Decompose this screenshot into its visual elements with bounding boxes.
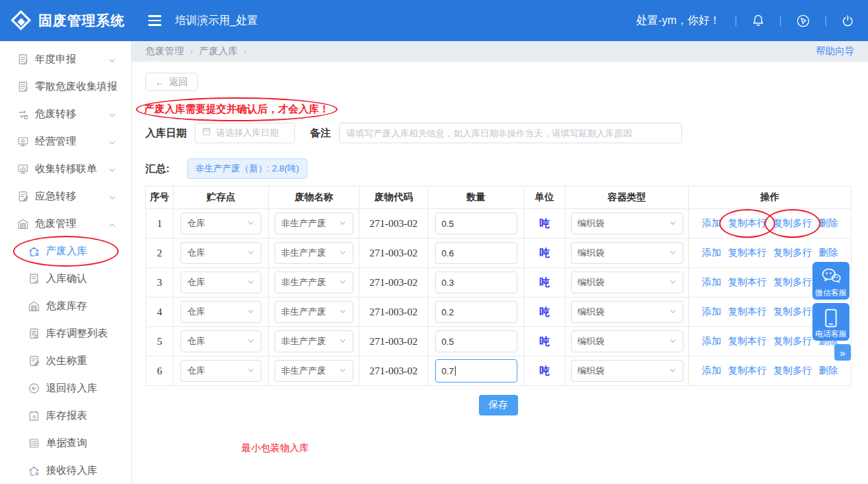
user-greeting: 处置-ym，你好！ — [636, 14, 720, 28]
chevron-down-icon — [669, 247, 677, 258]
copy-row-link[interactable]: 复制本行 — [728, 276, 766, 289]
container-type-select[interactable]: 编织袋 — [571, 213, 683, 234]
warning-message: 产废入库需要提交并确认后，才会入库！ — [144, 103, 329, 114]
back-button[interactable]: ← 返回 — [145, 73, 198, 91]
chevron-down-icon — [339, 218, 347, 229]
copy-row-link[interactable]: 复制本行 — [728, 306, 766, 318]
guide-pointer-icon[interactable] — [796, 14, 810, 28]
sidebar-subitem-8[interactable]: 接收待入库 — [0, 457, 131, 484]
wechat-support-button[interactable]: 微信客服 — [812, 262, 849, 300]
add-row-link[interactable]: 添加 — [702, 247, 721, 259]
date-input[interactable]: 请选择入库日期 — [195, 123, 295, 143]
sidebar-subitem-4[interactable]: 次生称重 — [0, 347, 131, 374]
delete-row-link[interactable]: 删除 — [819, 365, 838, 377]
sidebar-subitem-6[interactable]: 月库存报表 — [0, 402, 131, 429]
storage-select[interactable]: 仓库 — [180, 330, 261, 352]
storage-select[interactable]: 仓库 — [180, 213, 261, 234]
sidebar-item-0[interactable]: 年度申报 — [0, 45, 131, 73]
table-row: 3仓库非生产产废271-003-020.3吨编织袋添加复制本行复制多行删除 — [146, 268, 852, 298]
help-guide-link[interactable]: 帮助向导 — [816, 45, 854, 58]
container-type-select[interactable]: 编织袋 — [571, 360, 683, 382]
storage-select[interactable]: 仓库 — [180, 271, 261, 293]
waste-name-select[interactable]: 非生产产废 — [274, 213, 353, 234]
breadcrumb-item-1[interactable]: 产废入库 — [199, 45, 237, 56]
quantity-input[interactable]: 0.7 — [435, 359, 517, 383]
expand-chevrons-icon[interactable]: » — [834, 344, 851, 361]
document-edit-icon — [27, 354, 40, 367]
delete-row-link[interactable]: 删除 — [819, 247, 838, 259]
column-header: 单位 — [524, 186, 565, 209]
storage-select[interactable]: 仓库 — [180, 242, 261, 264]
add-row-link[interactable]: 添加 — [702, 335, 721, 348]
quantity-input[interactable]: 0.6 — [435, 242, 517, 264]
quantity-input[interactable]: 0.3 — [435, 271, 517, 293]
table-row: 1仓库非生产产废271-003-020.5吨编织袋添加复制本行复制多行删除 — [146, 209, 852, 239]
date-placeholder: 请选择入库日期 — [216, 127, 279, 139]
add-row-link[interactable]: 添加 — [702, 306, 721, 318]
notification-bell-icon[interactable] — [751, 14, 765, 27]
phone-support-button[interactable]: 电话客服 — [812, 303, 849, 341]
container-type-select[interactable]: 编织袋 — [571, 271, 683, 293]
calendar-icon: 月 — [27, 409, 40, 422]
save-button[interactable]: 保存 — [479, 395, 518, 415]
copy-row-link[interactable]: 复制本行 — [728, 247, 766, 259]
column-header: 贮存点 — [174, 186, 269, 209]
row-number: 4 — [157, 306, 163, 317]
waste-name-select[interactable]: 非生产产废 — [274, 242, 353, 264]
container-type-select[interactable]: 编织袋 — [571, 330, 683, 352]
sidebar-item-4[interactable]: 收集转移联单 — [0, 155, 131, 182]
copy-rows-link[interactable]: 复制多行 — [773, 306, 812, 318]
sidebar-item-5[interactable]: 应急转移 — [0, 182, 131, 210]
copy-row-link[interactable]: 复制本行 — [728, 335, 766, 348]
sidebar-item-2[interactable]: 危废转移 — [0, 100, 131, 128]
logout-power-icon[interactable] — [841, 14, 854, 27]
chevron-down-icon — [339, 247, 347, 258]
unit-label: 吨 — [539, 306, 550, 317]
waste-name-select[interactable]: 非生产产废 — [274, 330, 353, 352]
quantity-input[interactable]: 0.5 — [435, 330, 517, 352]
copy-rows-link[interactable]: 复制多行 — [773, 217, 812, 230]
remark-input[interactable] — [339, 123, 682, 143]
copy-rows-link[interactable]: 复制多行 — [773, 276, 812, 289]
chevron-down-icon — [108, 55, 116, 66]
sidebar-subitem-3[interactable]: 库存调整列表 — [0, 319, 131, 347]
container-type-select[interactable]: 编织袋 — [571, 301, 683, 323]
table-row: 2仓库非生产产废271-003-020.6吨编织袋添加复制本行复制多行删除 — [146, 239, 852, 268]
quantity-input[interactable]: 0.2 — [435, 301, 517, 323]
sidebar-subitem-5[interactable]: 退回待入库 — [0, 374, 131, 402]
chevron-down-icon — [669, 277, 677, 288]
header-divider — [825, 16, 826, 26]
chevron-down-icon — [108, 110, 116, 121]
delete-row-link[interactable]: 删除 — [819, 217, 838, 230]
house-icon — [27, 245, 40, 257]
copy-rows-link[interactable]: 复制多行 — [773, 365, 812, 377]
sidebar-item-6[interactable]: 危废管理 — [0, 210, 131, 237]
copy-rows-link[interactable]: 复制多行 — [773, 335, 812, 348]
container-type-select[interactable]: 编织袋 — [571, 242, 683, 264]
copy-row-link[interactable]: 复制本行 — [728, 217, 766, 230]
storage-select[interactable]: 仓库 — [180, 301, 261, 323]
copy-row-link[interactable]: 复制本行 — [728, 365, 766, 377]
add-row-link[interactable]: 添加 — [702, 365, 721, 377]
copy-rows-link[interactable]: 复制多行 — [773, 247, 812, 259]
sidebar-subitem-7[interactable]: 单据查询 — [0, 429, 131, 457]
phone-icon — [812, 308, 849, 328]
waste-name-select[interactable]: 非生产产废 — [274, 271, 353, 293]
row-number: 3 — [157, 277, 163, 288]
storage-select[interactable]: 仓库 — [180, 360, 261, 382]
add-row-link[interactable]: 添加 — [702, 276, 721, 289]
sidebar-subitem-2[interactable]: 危废库存 — [0, 292, 131, 319]
unit-label: 吨 — [539, 335, 550, 347]
sidebar-item-1[interactable]: 零散危废收集填报 — [0, 73, 131, 100]
breadcrumb-item-0[interactable]: 危废管理 — [145, 45, 184, 56]
sidebar-item-3[interactable]: 经营管理 — [0, 128, 131, 155]
sidebar-subitem-1[interactable]: 入库确认 — [0, 265, 131, 292]
menu-toggle-icon[interactable] — [148, 15, 161, 26]
chart-icon — [16, 162, 29, 175]
quantity-input[interactable]: 0.5 — [435, 213, 517, 234]
sidebar-subitem-0[interactable]: 产废入库 — [0, 237, 131, 265]
warehouse-icon — [27, 300, 40, 312]
waste-name-select[interactable]: 非生产产废 — [274, 360, 353, 382]
add-row-link[interactable]: 添加 — [702, 217, 721, 230]
waste-name-select[interactable]: 非生产产废 — [274, 301, 353, 323]
